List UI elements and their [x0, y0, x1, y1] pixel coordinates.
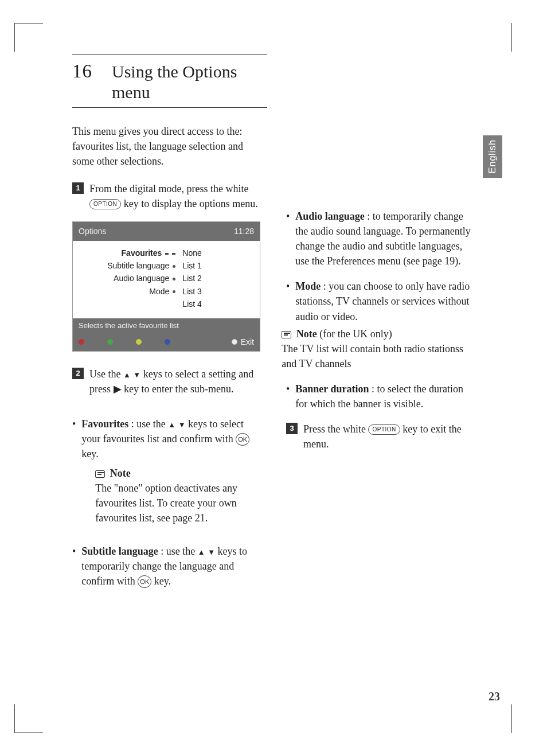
- step-1-number: 1: [72, 182, 84, 194]
- arrow-up-icon: ▲: [168, 420, 175, 429]
- mode-note-label: (for the UK only): [317, 328, 392, 340]
- note-heading: Note: [296, 328, 317, 340]
- note-icon: [95, 470, 105, 478]
- subtitle-text-c: key.: [151, 575, 171, 587]
- crop-mark-br: [511, 704, 513, 733]
- menu-hint: Selects the active favourite list: [73, 318, 260, 334]
- step-3-body: Press the white OPTION key to exit the m…: [303, 422, 477, 451]
- step-1-post: key to display the options menu.: [121, 198, 257, 209]
- bullet-banner: Banner duration : to select the duration…: [286, 381, 477, 411]
- step-2-body: Use the ▲ ▼ keys to select a setting and…: [89, 367, 263, 396]
- section-heading: 16 Using the Options menu: [72, 54, 267, 108]
- dot-icon: [173, 265, 175, 268]
- section-number: 16: [72, 61, 92, 82]
- menu-time: 11:28: [234, 225, 254, 237]
- menu-row-audio: Audio language: [114, 274, 169, 283]
- yellow-button-icon: [136, 339, 142, 345]
- arrow-up-icon: ▲: [123, 371, 131, 379]
- favourites-text-c: key.: [81, 448, 98, 459]
- step-2: 2 Use the ▲ ▼ keys to select a setting a…: [72, 367, 263, 396]
- arrow-right-icon: ▶: [114, 383, 122, 395]
- subtitle-label: Subtitle language: [81, 545, 158, 557]
- bullet-mode: Mode : you can choose to only have radio…: [286, 279, 477, 371]
- exit-label: Exit: [241, 336, 254, 348]
- menu-title: Options: [79, 225, 106, 237]
- note-heading: Note: [110, 467, 131, 479]
- blue-button-icon: [165, 339, 170, 345]
- step-3-number: 3: [286, 423, 298, 434]
- note-icon: [282, 331, 291, 338]
- dot-icon: [173, 290, 175, 293]
- favourites-note-text: The "none" option deactivates any favour…: [95, 481, 263, 525]
- menu-opt-list2: List 2: [182, 272, 201, 285]
- bullet-subtitle: Subtitle language : use the ▲ ▼ keys to …: [72, 544, 263, 589]
- left-column: This menu gives you direct access to the…: [72, 124, 263, 599]
- menu-row-mode: Mode: [149, 287, 169, 296]
- arrow-down-icon: ▼: [208, 548, 215, 556]
- arrow-up-icon: ▲: [198, 548, 205, 556]
- menu-row-favourites: Favourites: [122, 248, 162, 258]
- crop-mark-tr: [511, 23, 513, 52]
- menu-opt-none: None: [182, 247, 201, 259]
- page-number: 23: [489, 690, 500, 703]
- subtitle-text-a: : use the: [158, 545, 198, 557]
- step-2-c: key to enter the sub-menu.: [122, 383, 234, 395]
- menu-opt-list1: List 1: [182, 259, 201, 272]
- arrow-down-icon: ▼: [178, 420, 186, 429]
- green-button-icon: [107, 339, 113, 345]
- step-1-pre: From the digital mode, press the white: [89, 183, 248, 194]
- cursor-icon: [165, 251, 175, 257]
- ok-key-icon: OK: [138, 575, 151, 588]
- mode-text: : you can choose to only have radio stat…: [295, 280, 470, 322]
- menu-row-subtitle: Subtitle language: [107, 261, 169, 270]
- white-button-icon: [232, 339, 237, 345]
- step-1-body: From the digital mode, press the white O…: [89, 181, 263, 211]
- bullet-audio: Audio language : to temporarily change t…: [286, 209, 477, 268]
- red-button-icon: [79, 339, 84, 345]
- bullet-favourites: Favourites : use the ▲ ▼ keys to select …: [72, 416, 263, 534]
- favourites-text-a: : use the: [128, 418, 168, 430]
- arrow-down-icon: ▼: [133, 371, 140, 379]
- section-title: Using the Options menu: [112, 61, 267, 103]
- language-tab-label: English: [487, 139, 498, 173]
- menu-opt-list4: List 4: [182, 298, 201, 310]
- step-3: 3 Press the white OPTION key to exit the…: [286, 422, 477, 451]
- options-menu-screenshot: Options 11:28 Favourites Subtitle langua…: [72, 221, 260, 352]
- menu-color-buttons: Exit: [73, 334, 260, 351]
- ok-key-icon: OK: [236, 433, 249, 446]
- step-2-number: 2: [72, 368, 84, 379]
- page-content: 16 Using the Options menu This menu give…: [72, 54, 477, 599]
- language-tab: English: [483, 135, 502, 178]
- dot-icon: [173, 278, 175, 280]
- audio-label: Audio language: [295, 211, 365, 222]
- option-key-icon: OPTION: [368, 424, 400, 435]
- option-key-icon: OPTION: [89, 199, 121, 209]
- right-column: Audio language : to temporarily change t…: [286, 124, 477, 599]
- crop-mark-tl: [14, 23, 43, 52]
- mode-note-text: The TV list will contain both radio stat…: [282, 341, 477, 371]
- mode-label: Mode: [295, 280, 321, 292]
- intro-text: This menu gives you direct access to the…: [72, 124, 263, 169]
- step-3-pre: Press the white: [303, 423, 368, 435]
- banner-label: Banner duration: [295, 383, 369, 395]
- favourites-label: Favourites: [81, 418, 128, 430]
- step-1: 1 From the digital mode, press the white…: [72, 181, 263, 211]
- menu-opt-list3: List 3: [182, 285, 201, 298]
- crop-mark-bl: [14, 704, 43, 733]
- step-2-a: Use the: [89, 368, 123, 380]
